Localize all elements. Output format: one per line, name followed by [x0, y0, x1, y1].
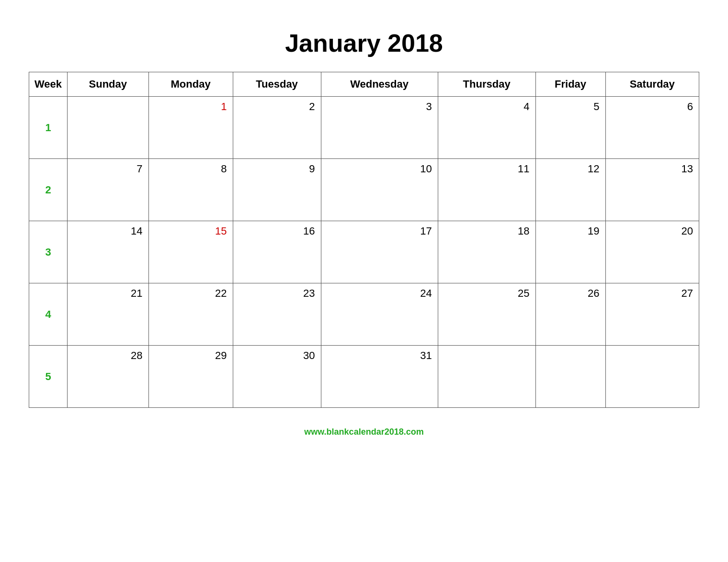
day-cell: 9 [233, 159, 321, 221]
day-number: 4 [438, 97, 535, 117]
day-cell: 22 [148, 283, 233, 346]
day-number: 18 [438, 221, 535, 241]
day-number: 13 [606, 159, 699, 179]
day-number: 10 [321, 159, 438, 179]
day-number: 19 [536, 221, 605, 241]
week-number: 1 [41, 118, 55, 137]
table-row: 528293031 [29, 346, 699, 408]
day-number: 5 [536, 97, 605, 117]
day-number: 12 [536, 159, 605, 179]
day-number: 21 [68, 283, 148, 303]
day-number: 20 [606, 221, 699, 241]
day-cell: 18 [438, 221, 535, 283]
header-week: Week [29, 72, 68, 97]
day-cell [535, 346, 605, 408]
day-number: 28 [68, 346, 148, 366]
header-thursday: Thursday [438, 72, 535, 97]
header-friday: Friday [535, 72, 605, 97]
day-number: 9 [233, 159, 321, 179]
week-number: 5 [41, 367, 55, 386]
day-cell: 5 [535, 97, 605, 159]
day-cell: 26 [535, 283, 605, 346]
day-cell: 10 [321, 159, 438, 221]
day-cell [605, 346, 699, 408]
day-cell: 14 [68, 221, 149, 283]
day-cell: 12 [535, 159, 605, 221]
day-number: 1 [149, 97, 233, 117]
calendar-table: Week Sunday Monday Tuesday Wednesday Thu… [29, 72, 699, 408]
day-cell [68, 97, 149, 159]
week-number-cell: 1 [29, 97, 68, 159]
week-number-cell: 4 [29, 283, 68, 346]
header-monday: Monday [148, 72, 233, 97]
day-cell: 20 [605, 221, 699, 283]
day-number: 7 [68, 159, 148, 179]
day-cell: 21 [68, 283, 149, 346]
day-cell: 15 [148, 221, 233, 283]
week-number: 3 [41, 242, 55, 262]
day-number: 30 [233, 346, 321, 366]
header-saturday: Saturday [605, 72, 699, 97]
day-number: 16 [233, 221, 321, 241]
day-cell: 27 [605, 283, 699, 346]
header-row: Week Sunday Monday Tuesday Wednesday Thu… [29, 72, 699, 97]
day-cell: 24 [321, 283, 438, 346]
day-cell: 31 [321, 346, 438, 408]
day-cell: 28 [68, 346, 149, 408]
day-cell [438, 346, 535, 408]
header-wednesday: Wednesday [321, 72, 438, 97]
day-cell: 23 [233, 283, 321, 346]
header-tuesday: Tuesday [233, 72, 321, 97]
day-number: 6 [606, 97, 699, 117]
day-cell: 2 [233, 97, 321, 159]
page-title: January 2018 [285, 29, 443, 57]
day-cell: 6 [605, 97, 699, 159]
day-cell: 30 [233, 346, 321, 408]
week-number-cell: 5 [29, 346, 68, 408]
day-number: 31 [321, 346, 438, 366]
day-number: 29 [149, 346, 233, 366]
header-sunday: Sunday [68, 72, 149, 97]
day-cell: 16 [233, 221, 321, 283]
footer-link: www.blankcalendar2018.com [304, 427, 423, 437]
day-number: 14 [68, 221, 148, 241]
day-number: 17 [321, 221, 438, 241]
day-number: 8 [149, 159, 233, 179]
day-cell: 25 [438, 283, 535, 346]
day-number: 15 [149, 221, 233, 241]
table-row: 1123456 [29, 97, 699, 159]
day-number: 25 [438, 283, 535, 303]
day-cell: 11 [438, 159, 535, 221]
day-cell: 1 [148, 97, 233, 159]
day-number: 11 [438, 159, 535, 179]
table-row: 278910111213 [29, 159, 699, 221]
day-cell: 17 [321, 221, 438, 283]
day-number: 26 [536, 283, 605, 303]
week-number: 2 [41, 180, 55, 200]
week-number-cell: 3 [29, 221, 68, 283]
day-cell: 8 [148, 159, 233, 221]
day-cell: 13 [605, 159, 699, 221]
day-number: 2 [233, 97, 321, 117]
week-number: 4 [41, 304, 55, 324]
day-number: 22 [149, 283, 233, 303]
week-number-cell: 2 [29, 159, 68, 221]
day-number: 24 [321, 283, 438, 303]
day-cell: 3 [321, 97, 438, 159]
table-row: 314151617181920 [29, 221, 699, 283]
day-number: 27 [606, 283, 699, 303]
day-cell: 7 [68, 159, 149, 221]
table-row: 421222324252627 [29, 283, 699, 346]
day-cell: 29 [148, 346, 233, 408]
day-cell: 4 [438, 97, 535, 159]
day-number: 3 [321, 97, 438, 117]
day-cell: 19 [535, 221, 605, 283]
day-number: 23 [233, 283, 321, 303]
